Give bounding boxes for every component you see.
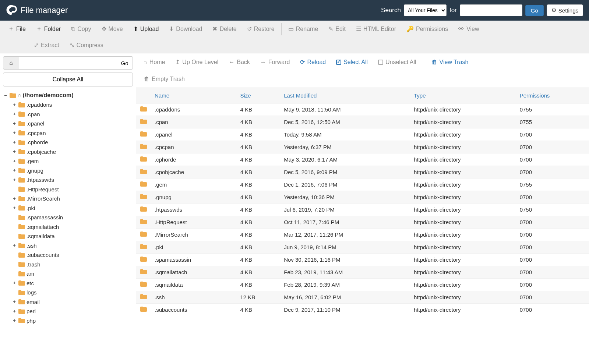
expand-icon[interactable]: +: [12, 157, 17, 165]
cell-modified: Yesterday, 6:37 PM: [280, 141, 410, 153]
tree-item[interactable]: +.MirrorSearch: [12, 194, 133, 204]
up-one-level-button[interactable]: ↥Up One Level: [171, 55, 223, 69]
expand-icon[interactable]: +: [12, 120, 17, 128]
collapse-icon[interactable]: –: [3, 91, 8, 99]
copy-button[interactable]: ⧉Copy: [66, 21, 96, 37]
html-editor-button[interactable]: ☰HTML Editor: [351, 21, 401, 37]
cell-name: .spamassassin: [151, 254, 236, 266]
table-row[interactable]: .cpaddons4 KBMay 9, 2018, 11:50 AMhttpd/…: [136, 103, 589, 116]
table-row[interactable]: .sqmaildata4 KBFeb 28, 2019, 9:39 AMhttp…: [136, 279, 589, 291]
view-trash-button[interactable]: 🗑View Trash: [427, 55, 473, 69]
expand-icon[interactable]: +: [12, 307, 17, 315]
table-row[interactable]: .spamassassin4 KBNov 30, 2016, 1:16 PMht…: [136, 254, 589, 266]
unselect-all-button[interactable]: Unselect All: [374, 55, 421, 69]
tree-item[interactable]: .HttpRequest: [12, 185, 133, 194]
expand-icon[interactable]: +: [12, 317, 17, 325]
new-folder-button[interactable]: ＋Folder: [31, 21, 66, 37]
table-row[interactable]: .pki4 KBJun 9, 2019, 8:14 PMhttpd/unix-d…: [136, 241, 589, 254]
tree-item[interactable]: +.cpanel: [12, 119, 133, 128]
expand-icon[interactable]: +: [12, 129, 17, 137]
expand-icon[interactable]: +: [12, 138, 17, 146]
expand-icon[interactable]: +: [12, 298, 17, 306]
extract-button[interactable]: ⤢Extract: [29, 37, 64, 53]
empty-trash-button[interactable]: 🗑Empty Trash: [139, 72, 189, 86]
table-row[interactable]: .sqmailattach4 KBFeb 23, 2019, 11:43 AMh…: [136, 266, 589, 279]
view-button[interactable]: 👁View: [453, 21, 484, 37]
search-input[interactable]: [460, 4, 522, 16]
table-row[interactable]: .MirrorSearch4 KBMar 12, 2017, 11:26 PMh…: [136, 229, 589, 241]
table-row[interactable]: .gem4 KBDec 1, 2016, 7:06 PMhttpd/unix-d…: [136, 179, 589, 191]
expand-icon[interactable]: +: [12, 166, 17, 174]
collapse-all-button[interactable]: Collapse All: [3, 73, 133, 86]
expand-icon[interactable]: +: [12, 279, 17, 287]
expand-icon[interactable]: +: [12, 110, 17, 118]
tree-root[interactable]: – ⌂ (/home/democom): [3, 90, 133, 100]
col-name[interactable]: Name: [151, 88, 236, 103]
rename-button[interactable]: ▭Rename: [283, 21, 323, 37]
restore-button[interactable]: ↺Restore: [242, 21, 280, 37]
tree-item[interactable]: +email: [12, 297, 133, 307]
tree-item[interactable]: .sqmaildata: [12, 232, 133, 241]
checkbox-empty-icon: [378, 60, 383, 65]
tree-item[interactable]: .subaccounts: [12, 250, 133, 260]
select-all-button[interactable]: Select All: [332, 55, 372, 69]
table-row[interactable]: .subaccounts4 KBDec 9, 2017, 11:10 PMhtt…: [136, 304, 589, 316]
edit-button[interactable]: ✎Edit: [323, 21, 351, 37]
table-row[interactable]: .HttpRequest4 KBOct 11, 2017, 7:46 PMhtt…: [136, 216, 589, 229]
tree-item[interactable]: +.cpcpan: [12, 128, 133, 138]
table-row[interactable]: .gnupg4 KBYesterday, 10:36 PMhttpd/unix-…: [136, 191, 589, 204]
path-input[interactable]: [19, 56, 117, 70]
tree-item[interactable]: +.ssh: [12, 241, 133, 251]
col-permissions[interactable]: Permissions: [516, 88, 589, 103]
path-go-button[interactable]: Go: [117, 56, 133, 70]
tree-item[interactable]: +.cpan: [12, 110, 133, 119]
tree-item[interactable]: +perl: [12, 307, 133, 316]
expand-icon[interactable]: +: [12, 176, 17, 184]
table-row[interactable]: .htpasswds4 KBJul 6, 2019, 7:20 PMhttpd/…: [136, 204, 589, 216]
tree-item[interactable]: +.pki: [12, 204, 133, 213]
table-row[interactable]: .cphorde4 KBMay 3, 2020, 6:17 AMhttpd/un…: [136, 153, 589, 166]
home-path-button[interactable]: ⌂: [3, 56, 19, 70]
table-row[interactable]: .cpanel4 KBToday, 9:58 AMhttpd/unix-dire…: [136, 128, 589, 141]
col-size[interactable]: Size: [236, 88, 280, 103]
tree-item[interactable]: +.gnupg: [12, 166, 133, 176]
permissions-button[interactable]: 🔑Permissions: [401, 21, 453, 37]
forward-button[interactable]: →Forward: [256, 55, 294, 69]
tree-item[interactable]: am: [12, 269, 133, 279]
expand-icon[interactable]: +: [12, 195, 17, 203]
table-row[interactable]: .cpobjcache4 KBDec 5, 2016, 9:09 PMhttpd…: [136, 166, 589, 179]
settings-button[interactable]: ⚙ Settings: [547, 4, 583, 16]
search-scope-select[interactable]: All Your Files: [404, 4, 447, 16]
tree-item[interactable]: +php: [12, 316, 133, 326]
search-go-button[interactable]: Go: [525, 5, 544, 16]
download-button[interactable]: ⬇Download: [164, 21, 207, 37]
tree-item[interactable]: logs: [12, 288, 133, 297]
tree-item[interactable]: +.cpobjcache: [12, 147, 133, 157]
upload-button[interactable]: ⬆Upload: [128, 21, 164, 37]
tree-item[interactable]: +.htpasswds: [12, 175, 133, 185]
tree-item[interactable]: .sqmailattach: [12, 222, 133, 232]
expand-icon[interactable]: +: [12, 204, 17, 212]
tree-item[interactable]: +.cpaddons: [12, 100, 133, 110]
expand-icon[interactable]: +: [12, 148, 17, 156]
table-row[interactable]: .ssh12 KBMay 16, 2017, 6:02 PMhttpd/unix…: [136, 291, 589, 304]
move-button[interactable]: ✥Move: [96, 21, 128, 37]
tree-item[interactable]: +.cphorde: [12, 138, 133, 147]
tree-item[interactable]: .spamassassin: [12, 213, 133, 222]
tree-item[interactable]: +etc: [12, 279, 133, 288]
tree-item[interactable]: .trash: [12, 260, 133, 269]
delete-button[interactable]: ✖Delete: [207, 21, 241, 37]
col-modified[interactable]: Last Modified: [280, 88, 410, 103]
table-row[interactable]: .cpcpan4 KBYesterday, 6:37 PMhttpd/unix-…: [136, 141, 589, 153]
reload-button[interactable]: ⟳Reload: [296, 55, 330, 69]
tree-item[interactable]: +.gem: [12, 156, 133, 166]
compress-button[interactable]: ⤡Compress: [64, 37, 109, 53]
back-button[interactable]: ←Back: [224, 55, 254, 69]
col-type[interactable]: Type: [410, 88, 516, 103]
expand-icon[interactable]: +: [12, 241, 17, 250]
expand-icon[interactable]: +: [12, 101, 17, 109]
home-button[interactable]: ⌂Home: [139, 55, 169, 69]
new-file-button[interactable]: ＋File: [3, 21, 31, 37]
table-row[interactable]: .cpan4 KBDec 5, 2016, 12:50 AMhttpd/unix…: [136, 116, 589, 128]
col-icon[interactable]: [136, 88, 151, 103]
